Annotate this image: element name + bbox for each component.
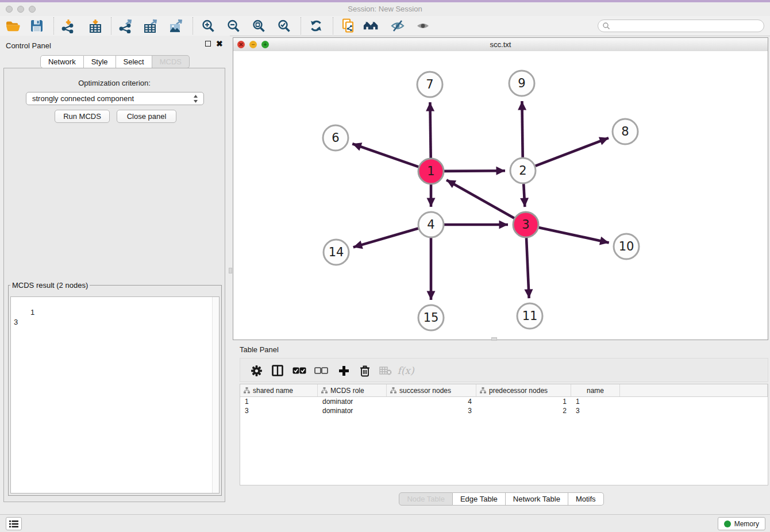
export-image-icon[interactable] <box>168 18 184 33</box>
tab-edge-table[interactable]: Edge Table <box>453 492 506 506</box>
copy-network-icon[interactable] <box>340 18 356 33</box>
close-panel-icon[interactable]: ✖ <box>216 41 223 47</box>
table-cell[interactable]: dominator <box>318 397 387 406</box>
graph-node-label-10: 10 <box>619 240 634 253</box>
table-cell[interactable]: 1 <box>571 397 620 406</box>
control-panel: Control Panel ✖ NetworkStyleSelectMCDS O… <box>0 36 230 514</box>
status-bar: Memory <box>0 514 770 532</box>
graph-edge-1-6[interactable] <box>352 144 418 167</box>
delete-columns-icon[interactable] <box>357 363 373 378</box>
column-header-name[interactable]: name <box>571 384 620 396</box>
graph-edge-2-9[interactable] <box>522 101 522 157</box>
zoom-out-icon[interactable] <box>225 18 241 33</box>
run-mcds-button[interactable]: Run MCDS <box>55 110 110 123</box>
titlebar: Session: New Session <box>0 2 770 17</box>
network-window-titlebar[interactable]: ✕ – + scc.txt <box>233 38 768 52</box>
table-cell[interactable]: 3 <box>387 406 476 415</box>
table-cell[interactable]: 2 <box>476 406 571 415</box>
network-graph: 7968124314101511 <box>233 51 768 340</box>
table-cell[interactable]: dominator <box>318 406 387 415</box>
tab-network-table[interactable]: Network Table <box>506 492 568 506</box>
table-panel: Table Panel ✖ <box>233 342 770 513</box>
memory-button[interactable]: Memory <box>718 517 765 530</box>
function-builder-icon[interactable]: f(x) <box>398 363 414 378</box>
network-window-title: scc.txt <box>233 40 768 49</box>
graph-node-label-7: 7 <box>426 78 433 91</box>
deselect-all-icon[interactable] <box>313 363 329 378</box>
import-table-icon[interactable] <box>87 18 103 33</box>
graph-edge-3-1[interactable] <box>446 180 514 218</box>
column-header-predecessor-nodes[interactable]: predecessor nodes <box>476 384 571 396</box>
graph-node-label-9: 9 <box>518 76 525 90</box>
graph-edge-2-3[interactable] <box>523 184 525 207</box>
table-cell[interactable]: 4 <box>387 397 476 406</box>
table-toolbar: f(x) <box>240 358 768 382</box>
zoom-selected-icon[interactable] <box>276 18 292 33</box>
table-row-1[interactable]: 1dominator411 <box>240 397 768 406</box>
show-all-networks-icon[interactable] <box>363 18 379 33</box>
tab-motifs[interactable]: Motifs <box>568 492 604 506</box>
column-header-shared-name[interactable]: shared name <box>240 384 318 396</box>
graph-edge-3-11[interactable] <box>526 238 529 298</box>
column-header-filler <box>620 384 768 396</box>
table-cell[interactable]: 1 <box>240 397 318 406</box>
column-type-icon <box>321 387 328 394</box>
export-network-icon[interactable] <box>117 18 133 33</box>
column-type-icon <box>480 387 486 394</box>
zoom-in-icon[interactable] <box>200 18 216 33</box>
toolbar-separator <box>53 17 54 34</box>
zoom-fit-icon[interactable] <box>251 18 267 33</box>
table-cell[interactable]: 3 <box>240 406 318 415</box>
table-settings-icon[interactable] <box>248 363 264 378</box>
toolbar-separator <box>333 17 333 34</box>
show-selected-icon[interactable] <box>415 18 431 33</box>
tab-select[interactable]: Select <box>116 55 152 68</box>
column-header-label: predecessor nodes <box>489 387 548 395</box>
optimization-criterion-select[interactable]: strongly connected component <box>26 92 204 105</box>
tab-style[interactable]: Style <box>84 55 116 68</box>
control-panel-tabs: NetworkStyleSelectMCDS <box>0 55 230 68</box>
graph-edge-4-14[interactable] <box>353 228 418 247</box>
toolbar-separator <box>192 17 193 34</box>
status-menu-button[interactable] <box>6 517 22 530</box>
node-table: shared nameMCDS rolesuccessor nodesprede… <box>240 384 768 485</box>
apply-layout-icon[interactable] <box>308 18 324 33</box>
control-panel-title: Control Panel <box>6 41 51 50</box>
search-box[interactable] <box>598 20 764 32</box>
graph-edge-1-7[interactable] <box>430 102 430 158</box>
graph-edge-2-8[interactable] <box>535 138 609 166</box>
search-input[interactable] <box>613 21 759 32</box>
column-header-successor-nodes[interactable]: successor nodes <box>387 384 476 396</box>
table-cell[interactable]: 3 <box>571 406 620 415</box>
import-network-icon[interactable] <box>60 18 76 33</box>
hide-selected-icon[interactable] <box>390 18 406 33</box>
tab-node-table[interactable]: Node Table <box>399 492 453 506</box>
graph-edge-1-2[interactable] <box>444 171 505 171</box>
table-row-2[interactable]: 3dominator323 <box>240 406 768 415</box>
column-header-mcds-role[interactable]: MCDS role <box>318 384 387 396</box>
select-all-icon[interactable] <box>291 363 307 378</box>
column-type-icon <box>390 387 396 394</box>
network-canvas[interactable]: 7968124314101511 <box>233 51 768 340</box>
mcds-panel: Optimization criterion: strongly connect… <box>3 68 225 502</box>
toggle-columns-icon[interactable] <box>270 363 286 378</box>
tab-network[interactable]: Network <box>40 55 84 68</box>
mcds-result-list[interactable]: 1 3 <box>10 296 220 494</box>
tab-mcds[interactable]: MCDS <box>152 55 190 68</box>
delete-table-icon[interactable] <box>378 363 394 378</box>
graph-edge-3-10[interactable] <box>538 228 609 243</box>
add-column-icon[interactable] <box>336 363 352 378</box>
close-panel-button[interactable]: Close panel <box>117 110 176 123</box>
export-table-icon[interactable] <box>143 18 159 33</box>
open-session-icon[interactable] <box>5 18 21 33</box>
table-header-row: shared nameMCDS rolesuccessor nodesprede… <box>240 384 768 397</box>
vertical-split-handle[interactable] <box>229 268 232 273</box>
result-scrollbar[interactable] <box>212 297 219 493</box>
network-view-window: ✕ – + scc.txt 7968124314101511 <box>233 37 768 340</box>
column-header-label: shared name <box>253 387 293 395</box>
table-cell[interactable]: 1 <box>476 397 571 406</box>
float-panel-icon[interactable] <box>205 41 211 47</box>
table-body: 1dominator4113dominator323 <box>240 397 768 415</box>
save-session-icon[interactable] <box>29 18 45 33</box>
horizontal-split-handle[interactable] <box>491 337 497 341</box>
